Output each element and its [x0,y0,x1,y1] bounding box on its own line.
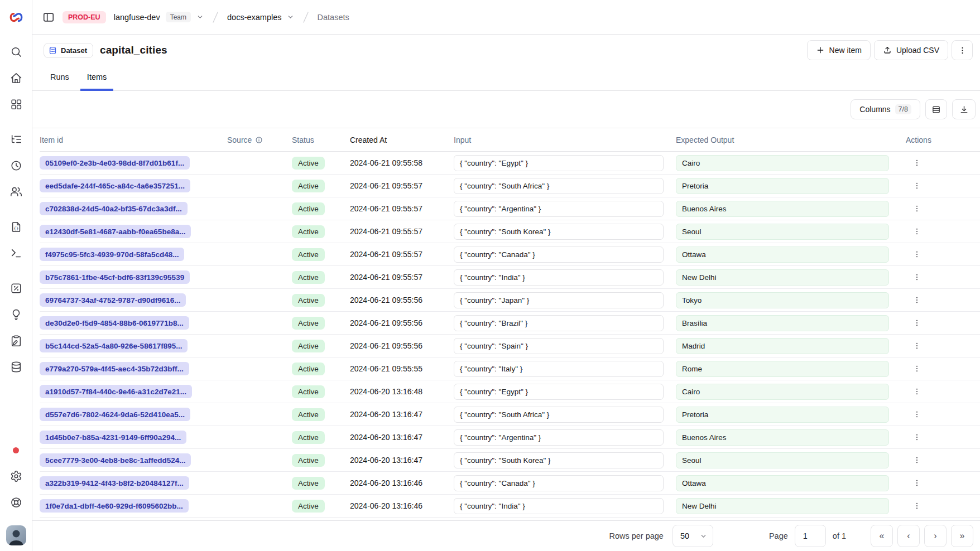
table-row[interactable]: 05109ef0-2e3b-4e03-98dd-8f7d01b61f... Ac… [40,152,980,175]
evaluation-percent-icon[interactable] [10,282,22,294]
datasets-database-icon[interactable] [10,361,22,373]
row-actions-button[interactable] [909,315,925,331]
table-row[interactable]: e779a270-579a-4f45-aec4-35b72d3bff... Ac… [40,357,980,380]
row-actions-button[interactable] [909,246,925,262]
kebab-menu-icon [912,204,921,213]
row-actions-button[interactable] [909,361,925,376]
status-badge: Active [292,157,325,170]
last-page-button[interactable]: » [951,525,973,547]
dashboard-grid-icon[interactable] [10,98,22,110]
org-selector[interactable]: langfuse-dev Team [114,12,204,22]
status-badge: Active [292,431,325,444]
users-icon[interactable] [10,186,22,198]
item-id-badge[interactable]: e12430df-5e81-4687-aabb-f0ea65be8a... [40,225,191,238]
table-row[interactable]: de30d2e0-f5d9-4854-88b6-0619771b8... Act… [40,312,980,335]
pagination-controls: « ‹ › » [871,525,973,547]
created-at-cell: 2024-06-21 09:55:57 [350,273,454,282]
status-badge: Active [292,500,325,513]
item-id-badge[interactable]: b5c144cd-52a5-4a80-926e-58617f895... [40,339,188,352]
table-row[interactable]: d557e7d6-7802-4624-9da6-52d410ea5... Act… [40,403,980,426]
environment-badge[interactable]: PROD-EU [63,11,106,23]
item-id-badge[interactable]: a1910d57-7f84-440c-9e46-a31c2d7e21... [40,385,192,398]
user-avatar[interactable] [6,525,26,545]
insights-lightbulb-icon[interactable] [10,308,22,321]
recording-status-dot[interactable] [13,447,19,453]
item-id-badge[interactable]: c702838d-24d5-40a2-bf35-67dc3a3df... [40,202,188,215]
table-row[interactable]: 1d45b0e7-b85a-4231-9149-6ff90a294... Act… [40,426,980,449]
item-id-badge[interactable]: 05109ef0-2e3b-4e03-98dd-8f7d01b61f... [40,156,190,170]
page-kebab-menu-button[interactable] [952,40,973,60]
playground-terminal-icon[interactable] [10,247,22,259]
row-actions-button[interactable] [909,155,925,171]
created-at-cell: 2024-06-21 09:55:57 [350,227,454,236]
page-number-input[interactable] [795,525,826,547]
item-id-badge[interactable]: de30d2e0-f5d9-4854-88b6-0619771b8... [40,316,189,330]
status-badge: Active [292,477,325,490]
row-actions-button[interactable] [909,178,925,194]
item-id-badge[interactable]: f4975c95-5fc3-4939-970d-58fa5cd48... [40,248,184,261]
item-id-badge[interactable]: d557e7d6-7802-4624-9da6-52d410ea5... [40,408,190,421]
settings-gear-icon[interactable] [10,470,22,482]
table-header-row: Item id Source Status Created At Input E… [40,128,980,152]
item-id-badge[interactable]: e779a270-579a-4f45-aec4-35b72d3bff... [40,362,189,375]
status-badge: Active [292,362,325,375]
search-icon[interactable] [10,46,22,58]
previous-page-button[interactable]: ‹ [897,525,920,547]
sidebar-toggle-icon[interactable] [42,11,55,23]
info-icon[interactable] [255,136,263,144]
row-actions-button[interactable] [909,498,925,514]
home-icon[interactable] [10,72,22,84]
status-badge: Active [292,202,325,215]
table-row[interactable]: b75c7861-1fbe-45cf-bdf6-83f139c95539 Act… [40,266,980,289]
table-row[interactable]: 5cee7779-3e00-4eb8-be8c-1affedd524... Ac… [40,449,980,472]
expected-output-cell: Ottawa [676,475,889,491]
row-height-button[interactable] [925,99,947,119]
sessions-clock-icon[interactable] [10,160,22,172]
next-page-button[interactable]: › [924,525,947,547]
table-row[interactable]: 1f0e7da1-dbff-4e60-929d-f6095602bb... Ac… [40,495,980,518]
langfuse-logo-icon[interactable] [9,10,23,25]
item-id-badge[interactable]: 69764737-34af-4752-9787-d90df9616... [40,293,186,307]
tab-runs[interactable]: Runs [44,72,76,91]
tab-items[interactable]: Items [80,72,113,91]
annotation-clipboard-icon[interactable] [10,335,22,347]
project-selector[interactable]: docs-examples [227,13,294,22]
input-cell: { "country": "Canada" } [454,246,664,263]
breadcrumb-section[interactable]: Datasets [318,13,349,22]
row-actions-button[interactable] [909,269,925,285]
item-id-badge[interactable]: 1d45b0e7-b85a-4231-9149-6ff90a294... [40,431,186,444]
row-actions-button[interactable] [909,384,925,399]
row-actions-button[interactable] [909,292,925,308]
rows-per-page-select[interactable]: 50 [672,525,713,547]
table-row[interactable]: e12430df-5e81-4687-aabb-f0ea65be8a... Ac… [40,220,980,243]
row-actions-button[interactable] [909,452,925,468]
table-row[interactable]: b5c144cd-52a5-4a80-926e-58617f895... Act… [40,335,980,357]
table-row[interactable]: c702838d-24d5-40a2-bf35-67dc3a3df... Act… [40,197,980,220]
table-row[interactable]: eed5dafe-244f-465c-a84c-4a6e357251... Ac… [40,175,980,197]
first-page-button[interactable]: « [871,525,893,547]
row-actions-button[interactable] [909,475,925,491]
item-id-badge[interactable]: a322b319-9412-4f43-b8f2-b20484127f... [40,476,189,490]
export-download-button[interactable] [952,99,976,119]
item-id-badge[interactable]: b75c7861-1fbe-45cf-bdf6-83f139c95539 [40,270,190,284]
table-row[interactable]: a322b319-9412-4f43-b8f2-b20484127f... Ac… [40,472,980,495]
item-id-badge[interactable]: eed5dafe-244f-465c-a84c-4a6e357251... [40,179,190,192]
row-actions-button[interactable] [909,429,925,445]
row-actions-button[interactable] [909,338,925,354]
columns-button[interactable]: Columns 7/8 [851,99,920,119]
item-id-badge[interactable]: 5cee7779-3e00-4eb8-be8c-1affedd524... [40,453,191,467]
tab-bar: Runs Items [32,66,980,91]
prompts-file-icon[interactable]: {} [10,221,22,233]
tracing-tree-icon[interactable] [10,133,22,146]
row-actions-button[interactable] [909,224,925,239]
item-id-badge[interactable]: 1f0e7da1-dbff-4e60-929d-f6095602bb... [40,499,189,513]
table-row[interactable]: f4975c95-5fc3-4939-970d-58fa5cd48... Act… [40,243,980,266]
table-row[interactable]: 69764737-34af-4752-9787-d90df9616... Act… [40,289,980,312]
support-lifebuoy-icon[interactable] [10,496,22,509]
table-row[interactable]: a1910d57-7f84-440c-9e46-a31c2d7e21... Ac… [40,380,980,403]
new-item-button[interactable]: New item [807,40,871,60]
upload-csv-button[interactable]: Upload CSV [874,40,948,60]
row-actions-button[interactable] [909,201,925,216]
row-actions-button[interactable] [909,407,925,422]
input-cell: { "country": "Japan" } [454,292,664,308]
